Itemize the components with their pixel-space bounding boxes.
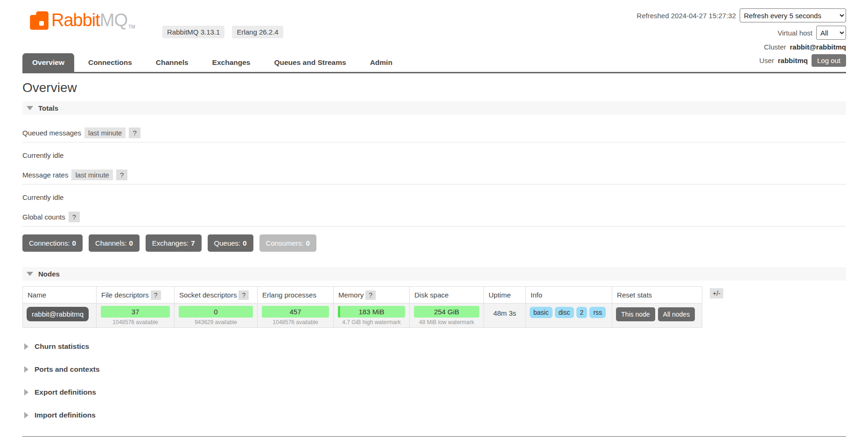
col-erlang-processes: Erlang processes: [258, 287, 334, 304]
memory-watermark: 4.7 GiB high watermark: [338, 318, 405, 326]
header: RabbitMQ TM RabbitMQ 3.13.1 Erlang 26.2.…: [22, 0, 846, 50]
info-cell: basicdisc2rss: [526, 304, 612, 328]
tab-admin[interactable]: Admin: [360, 53, 402, 72]
totals-section-title: Totals: [38, 104, 58, 112]
user-name: rabbitmq: [778, 57, 808, 64]
queues-count-button[interactable]: Queues:0: [208, 234, 253, 252]
info-chip-disc: disc: [555, 307, 574, 318]
file-descriptors-cell: 37 1048576 available: [97, 304, 175, 328]
export-definitions-section[interactable]: Export definitions: [24, 388, 846, 397]
disk-space-cell: 254 GiB 48 MiB low watermark: [410, 304, 484, 328]
connections-count-button[interactable]: Connections:0: [22, 234, 83, 252]
expand-arrow-icon: [24, 389, 28, 396]
collapse-arrow-icon: [27, 272, 33, 276]
erlang-processes-available: 1048576 available: [262, 318, 329, 326]
message-rates-heading: Message rates last minute ?: [22, 170, 846, 184]
message-rates-status: Currently idle: [22, 193, 846, 201]
file-descriptors-help-icon[interactable]: ?: [151, 290, 161, 300]
queued-messages-help-icon[interactable]: ?: [129, 127, 140, 138]
nodes-table: Name File descriptors? Socket descriptor…: [22, 286, 702, 328]
nodes-header-row: Name File descriptors? Socket descriptor…: [23, 287, 702, 304]
expand-arrow-icon: [24, 412, 28, 418]
socket-descriptors-help-icon[interactable]: ?: [238, 290, 249, 300]
socket-descriptors-cell: 0 943629 available: [175, 304, 258, 328]
rabbitmq-version-badge: RabbitMQ 3.13.1: [162, 26, 224, 38]
tab-exchanges[interactable]: Exchanges: [203, 53, 260, 72]
message-rates-range-chip[interactable]: last minute: [71, 170, 113, 180]
tab-channels[interactable]: Channels: [146, 53, 198, 72]
disk-space-bar: 254 GiB: [414, 306, 479, 318]
memory-bar: 183 MiB: [338, 306, 405, 318]
socket-descriptors-available: 943629 available: [179, 318, 253, 326]
expand-arrow-icon: [24, 366, 28, 373]
collapsed-sections: Churn statistics Ports and contexts Expo…: [22, 342, 846, 419]
col-info: Info: [526, 287, 612, 304]
col-memory: Memory?: [334, 287, 410, 304]
global-counts-help-icon[interactable]: ?: [69, 212, 80, 222]
virtual-host-select[interactable]: All: [816, 26, 846, 40]
reset-all-nodes-button[interactable]: All nodes: [658, 307, 695, 321]
col-uptime: Uptime: [484, 287, 526, 304]
message-rates-label: Message rates: [22, 171, 68, 179]
message-rates-help-icon[interactable]: ?: [116, 170, 127, 180]
rabbitmq-management-page: RabbitMQ TM RabbitMQ 3.13.1 Erlang 26.2.…: [0, 0, 868, 439]
header-right: Refreshed 2024-04-27 15:27:32 Refresh ev…: [637, 8, 846, 70]
consumers-count-badge: Consumers:0: [259, 234, 316, 252]
cluster-label: Cluster: [764, 43, 786, 51]
memory-cell: 183 MiB 4.7 GiB high watermark: [334, 304, 410, 328]
collapse-arrow-icon: [27, 106, 33, 110]
col-socket-descriptors: Socket descriptors?: [175, 287, 258, 304]
refreshed-timestamp: Refreshed 2024-04-27 15:27:32: [637, 12, 736, 20]
expand-arrow-icon: [24, 343, 28, 350]
col-file-descriptors: File descriptors?: [97, 287, 175, 304]
file-descriptors-available: 1048576 available: [101, 318, 170, 326]
node-name-cell: rabbit@rabbitmq: [23, 304, 97, 328]
col-name: Name: [23, 287, 97, 304]
socket-descriptors-bar: 0: [179, 306, 253, 318]
tab-queues-and-streams[interactable]: Queues and Streams: [264, 53, 356, 72]
info-chip-basic: basic: [530, 307, 553, 318]
footer: HTTP API Documentation Tutorials New rel…: [22, 436, 846, 439]
tab-connections[interactable]: Connections: [78, 53, 142, 72]
page-title: Overview: [22, 80, 846, 95]
exchanges-count-button[interactable]: Exchanges:7: [146, 234, 202, 252]
erlang-processes-cell: 457 1048576 available: [258, 304, 334, 328]
node-name-link[interactable]: rabbit@rabbitmq: [27, 307, 89, 321]
totals-section-header[interactable]: Totals: [22, 101, 846, 115]
disk-space-watermark: 48 MiB low watermark: [414, 318, 479, 326]
queued-messages-label: Queued messages: [22, 129, 81, 137]
channels-count-button[interactable]: Channels:0: [89, 234, 140, 252]
user-label: User: [759, 57, 774, 64]
queued-messages-heading: Queued messages last minute ?: [22, 127, 846, 142]
rabbitmq-logo-icon: [29, 10, 49, 32]
reset-this-node-button[interactable]: This node: [616, 307, 655, 321]
info-chip-rss: rss: [589, 307, 606, 318]
logout-button[interactable]: Log out: [812, 54, 846, 67]
global-counts-buttons: Connections:0 Channels:0 Exchanges:7 Que…: [22, 234, 846, 252]
global-counts-label: Global counts: [22, 213, 65, 221]
import-definitions-section[interactable]: Import definitions: [24, 411, 846, 419]
tab-overview[interactable]: Overview: [22, 53, 74, 72]
churn-statistics-section[interactable]: Churn statistics: [24, 342, 846, 351]
column-toggle-button[interactable]: +/-: [710, 288, 723, 298]
info-chip-count: 2: [576, 307, 588, 318]
col-disk-space: Disk space: [410, 287, 484, 304]
file-descriptors-bar: 37: [101, 306, 170, 318]
brand-trademark: TM: [128, 24, 135, 32]
ports-and-contexts-section[interactable]: Ports and contexts: [24, 365, 846, 374]
nodes-table-area: Name File descriptors? Socket descriptor…: [22, 286, 846, 328]
virtual-host-label: Virtual host: [777, 29, 812, 37]
version-badges: RabbitMQ 3.13.1 Erlang 26.2.4: [162, 26, 291, 38]
brand-name: RabbitMQ: [51, 9, 127, 31]
nodes-section-title: Nodes: [38, 270, 60, 278]
node-row: rabbit@rabbitmq 37 1048576 available 0 9…: [23, 304, 702, 328]
queued-messages-status: Currently idle: [22, 151, 846, 159]
memory-help-icon[interactable]: ?: [365, 290, 376, 300]
nodes-section-header[interactable]: Nodes: [22, 267, 846, 281]
col-reset-stats: Reset stats: [612, 287, 702, 304]
erlang-version-badge: Erlang 26.2.4: [232, 26, 283, 38]
erlang-processes-bar: 457: [262, 306, 329, 318]
global-counts-heading: Global counts ?: [22, 212, 846, 227]
queued-messages-range-chip[interactable]: last minute: [84, 127, 126, 138]
refresh-interval-select[interactable]: Refresh every 5 seconds: [740, 8, 846, 22]
